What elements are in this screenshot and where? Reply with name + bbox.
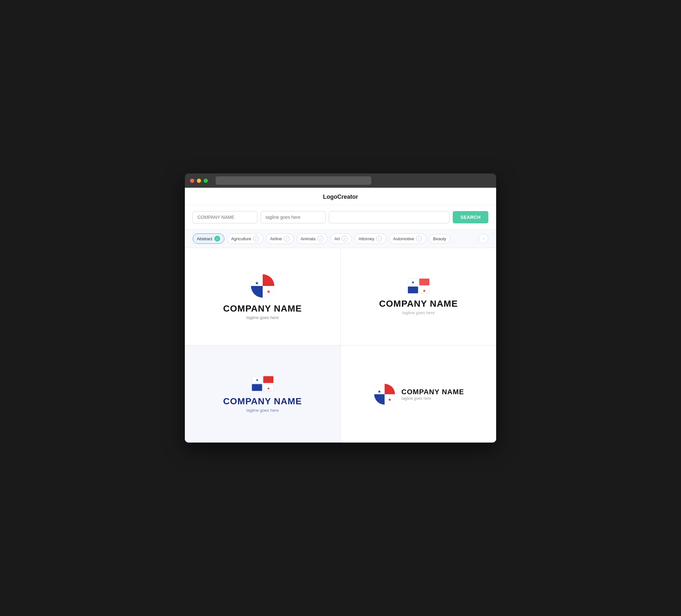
- logo4-text-block: COMPANY NAME tagline goes here: [401, 388, 464, 401]
- filter-label-attorney: Attorney: [359, 236, 374, 241]
- filter-label-beauty: Beauty: [433, 236, 446, 241]
- filter-label-animals: Animals: [301, 236, 316, 241]
- logo1-company-name: COMPANY NAME: [223, 304, 302, 314]
- logo1-tagline: tagline goes here: [247, 315, 279, 320]
- maximize-button[interactable]: [204, 179, 208, 183]
- filter-label-art: Art: [334, 236, 340, 241]
- logo4-company-name: COMPANY NAME: [401, 388, 464, 396]
- app-content: LogoCreator SEARCH Abstract ✓ Agricultur…: [185, 188, 496, 442]
- filter-bar: Abstract ✓ Agriculture ✓ Airline ✓ Anima…: [185, 230, 496, 248]
- logo-grid: ★ ★ COMPANY NAME tagline goes here: [185, 248, 496, 442]
- tagline-input[interactable]: [261, 211, 326, 223]
- svg-rect-4: [419, 279, 429, 285]
- address-bar[interactable]: [216, 176, 371, 185]
- filter-check-airline: ✓: [284, 236, 289, 241]
- logo3-icon: ★ ★: [251, 376, 274, 392]
- filter-label-abstract: Abstract: [197, 236, 212, 241]
- logo4-icon: ★ ★: [373, 383, 396, 406]
- filter-next-button[interactable]: →: [479, 234, 488, 243]
- logo4-inline-container: ★ ★ COMPANY NAME tagline goes here: [373, 383, 464, 406]
- filter-check-abstract: ✓: [215, 236, 220, 241]
- logo2-tagline: tagline goes here: [402, 310, 435, 315]
- filter-label-airline: Airline: [270, 236, 282, 241]
- search-button[interactable]: SEARCH: [453, 211, 488, 223]
- logo3-tagline: tagline goes here: [247, 408, 279, 413]
- logo-card-1[interactable]: ★ ★ COMPANY NAME tagline goes here: [185, 248, 340, 345]
- svg-text:★: ★: [255, 280, 259, 286]
- svg-rect-5: [408, 287, 418, 293]
- logo1-icon: ★ ★: [250, 273, 276, 299]
- filter-check-attorney: ✓: [376, 236, 382, 241]
- filter-tag-animals[interactable]: Animals ✓: [296, 233, 328, 244]
- minimize-button[interactable]: [197, 179, 201, 183]
- svg-text:★: ★: [411, 280, 415, 285]
- logo-card-3[interactable]: ★ ★ COMPANY NAME tagline goes here: [185, 345, 340, 442]
- svg-text:★: ★: [388, 397, 392, 402]
- logo-card-4[interactable]: ★ ★ COMPANY NAME tagline goes here: [340, 345, 496, 442]
- filter-tag-abstract[interactable]: Abstract ✓: [193, 233, 224, 244]
- filter-label-agriculture: Agriculture: [231, 236, 251, 241]
- logo2-icon: ★ ★: [407, 278, 430, 294]
- logo3-company-name: COMPANY NAME: [223, 396, 302, 407]
- filter-tag-art[interactable]: Art ✓: [330, 233, 352, 244]
- close-button[interactable]: [190, 179, 194, 183]
- filter-check-animals: ✓: [318, 236, 323, 241]
- company-name-input[interactable]: [193, 211, 257, 223]
- logo-card-2[interactable]: ★ ★ COMPANY NAME tagline goes here: [340, 248, 496, 345]
- filter-check-automotive: ✓: [416, 236, 422, 241]
- svg-text:★: ★: [377, 389, 381, 394]
- search-bar: SEARCH: [185, 205, 496, 230]
- logo4-tagline: tagline goes here: [401, 396, 464, 401]
- svg-text:★: ★: [267, 386, 270, 390]
- logo2-company-name: COMPANY NAME: [379, 299, 458, 309]
- browser-titlebar: [185, 174, 496, 188]
- filter-check-art: ✓: [342, 236, 348, 241]
- color-input[interactable]: [329, 211, 450, 223]
- filter-tag-attorney[interactable]: Attorney ✓: [354, 233, 386, 244]
- filter-label-automotive: Automotive: [393, 236, 414, 241]
- filter-tag-beauty[interactable]: Beauty: [429, 234, 450, 243]
- browser-window: LogoCreator SEARCH Abstract ✓ Agricultur…: [185, 174, 496, 442]
- app-header: LogoCreator: [185, 188, 496, 205]
- filter-tag-automotive[interactable]: Automotive ✓: [389, 233, 426, 244]
- svg-text:★: ★: [255, 378, 258, 382]
- filter-tag-agriculture[interactable]: Agriculture ✓: [227, 233, 263, 244]
- svg-rect-11: [252, 384, 262, 391]
- svg-rect-10: [263, 376, 273, 383]
- svg-text:★: ★: [423, 288, 426, 293]
- app-title: LogoCreator: [323, 194, 358, 200]
- filter-check-agriculture: ✓: [253, 236, 259, 241]
- svg-text:★: ★: [266, 289, 271, 294]
- filter-tag-airline[interactable]: Airline ✓: [266, 233, 294, 244]
